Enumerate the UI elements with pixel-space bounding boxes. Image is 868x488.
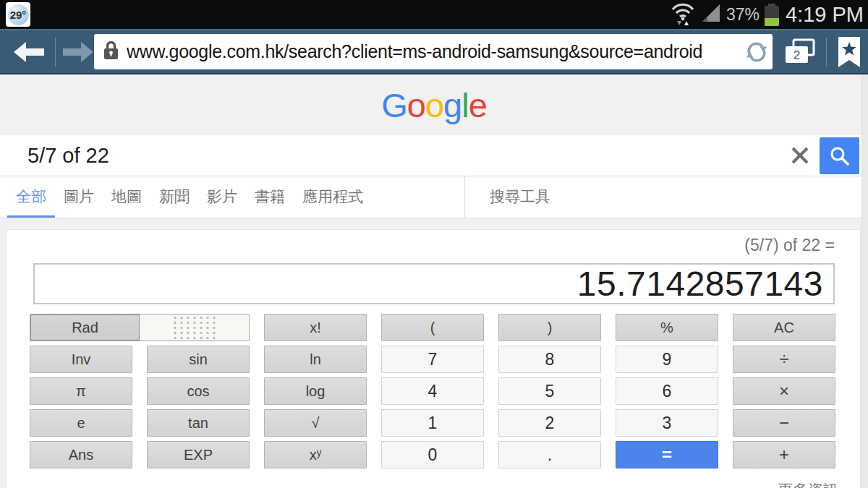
key-ln[interactable]: ln: [264, 346, 367, 373]
key-0[interactable]: 0: [381, 441, 484, 468]
key-sin[interactable]: sin: [147, 346, 250, 373]
tab-search-tools[interactable]: 搜尋工具: [481, 176, 559, 218]
google-logo[interactable]: Google: [381, 85, 487, 125]
url-text: www.google.com.hk/search?client=ms-andro…: [127, 41, 745, 62]
search-bar: 5/7 of 22: [0, 135, 868, 176]
cell-signal-icon: [701, 3, 721, 26]
forward-arrow-icon: [61, 41, 95, 63]
tab-books[interactable]: 書籍: [246, 176, 294, 218]
key-ans[interactable]: Ans: [30, 441, 132, 468]
tab-maps[interactable]: 地圖: [103, 176, 150, 218]
bookmark-button[interactable]: [832, 36, 867, 69]
back-arrow-icon: [12, 41, 46, 63]
toolbar-separator: [826, 38, 827, 67]
calculator-card: (5/7) of 22 = 15.7142857143 Radx!()%ACIn…: [6, 229, 861, 488]
key-tan[interactable]: tan: [147, 409, 250, 437]
key-rad[interactable]: Rad: [30, 314, 140, 341]
toolbar-separator: [55, 38, 56, 67]
key-exp[interactable]: EXP: [147, 441, 250, 468]
tab-all[interactable]: 全部: [7, 176, 55, 218]
key-all-clear[interactable]: AC: [733, 314, 835, 341]
url-bar[interactable]: www.google.com.hk/search?client=ms-andro…: [94, 34, 773, 69]
calculator-display[interactable]: 15.7142857143: [33, 263, 835, 304]
logo-letter: o: [425, 86, 443, 124]
tabs-icon: 2: [783, 37, 817, 67]
key-5[interactable]: 5: [498, 377, 601, 405]
search-icon: [829, 145, 851, 167]
key-6[interactable]: 6: [616, 377, 718, 405]
key-open-paren[interactable]: (: [381, 314, 484, 341]
key-7[interactable]: 7: [381, 346, 484, 373]
logo-letter: e: [469, 86, 487, 124]
dot-grid-icon: [170, 316, 219, 340]
search-tabs: 全部圖片地圖新聞影片書籍應用程式 搜尋工具: [0, 176, 868, 218]
refresh-icon: [745, 40, 768, 64]
tab-apps[interactable]: 應用程式: [294, 176, 372, 218]
logo-letter: o: [407, 86, 425, 124]
more-info-link[interactable]: 更多資訊: [778, 480, 838, 488]
search-input[interactable]: 5/7 of 22: [27, 135, 109, 176]
clear-search-button[interactable]: [790, 145, 810, 166]
key-deg[interactable]: [140, 314, 249, 341]
svg-text:2: 2: [793, 48, 800, 62]
key-decimal[interactable]: .: [498, 441, 601, 468]
key-log[interactable]: log: [264, 377, 367, 405]
key-power[interactable]: xʸ: [264, 441, 367, 468]
key-factorial[interactable]: x!: [264, 314, 367, 341]
key-e[interactable]: e: [30, 409, 132, 437]
scrollbar[interactable]: [861, 74, 868, 488]
key-multiply[interactable]: ×: [733, 377, 835, 405]
key-divide[interactable]: ÷: [733, 346, 835, 373]
forward-button[interactable]: [61, 40, 95, 64]
key-3[interactable]: 3: [616, 409, 718, 437]
key-equals[interactable]: =: [616, 441, 718, 468]
rad-deg-toggle: Rad: [30, 314, 250, 341]
back-button[interactable]: [12, 40, 46, 64]
tab-images[interactable]: 圖片: [55, 176, 103, 218]
key-minus[interactable]: −: [733, 409, 835, 437]
tabs-button[interactable]: 2: [781, 40, 819, 64]
close-icon: [791, 146, 809, 165]
browser-toolbar: www.google.com.hk/search?client=ms-andro…: [0, 29, 868, 74]
key-2[interactable]: 2: [498, 409, 601, 437]
key-8[interactable]: 8: [498, 346, 601, 373]
status-clock: 4:19 PM: [786, 3, 864, 27]
key-cos[interactable]: cos: [147, 377, 250, 405]
logo-letter: G: [381, 86, 407, 124]
search-button[interactable]: [820, 137, 859, 174]
key-plus[interactable]: +: [733, 441, 835, 468]
logo-letter: g: [443, 86, 461, 124]
tab-videos[interactable]: 影片: [198, 176, 246, 218]
key-percent[interactable]: %: [616, 314, 718, 341]
key-4[interactable]: 4: [381, 377, 484, 405]
battery-percent: 37%: [726, 5, 760, 25]
wifi-icon: [670, 0, 696, 29]
calculator-keypad: Radx!()%ACInvsinln789÷πcoslog456×etan√12…: [30, 314, 835, 468]
battery-icon: [765, 4, 779, 27]
tab-news[interactable]: 新聞: [150, 176, 198, 218]
tabs-separator: [464, 176, 465, 218]
key-pi[interactable]: π: [30, 377, 132, 405]
bookmark-star-icon: [836, 36, 862, 69]
key-9[interactable]: 9: [616, 346, 718, 373]
calculator-expression: (5/7) of 22 =: [744, 236, 835, 255]
key-inv[interactable]: Inv: [30, 346, 132, 373]
refresh-button[interactable]: [745, 40, 768, 64]
page-content: Google 5/7 of 22 全部圖片地圖新聞影片書籍應用程式 搜尋工具 (…: [0, 74, 868, 488]
key-close-paren[interactable]: ): [498, 314, 601, 341]
key-sqrt[interactable]: √: [264, 409, 367, 437]
status-bar: 29° 37% 4:19 PM: [0, 0, 868, 29]
lock-icon: [103, 40, 119, 64]
weather-temp: 29°: [10, 9, 27, 21]
weather-widget[interactable]: 29°: [6, 2, 30, 27]
key-1[interactable]: 1: [381, 409, 484, 437]
logo-letter: l: [461, 86, 468, 124]
